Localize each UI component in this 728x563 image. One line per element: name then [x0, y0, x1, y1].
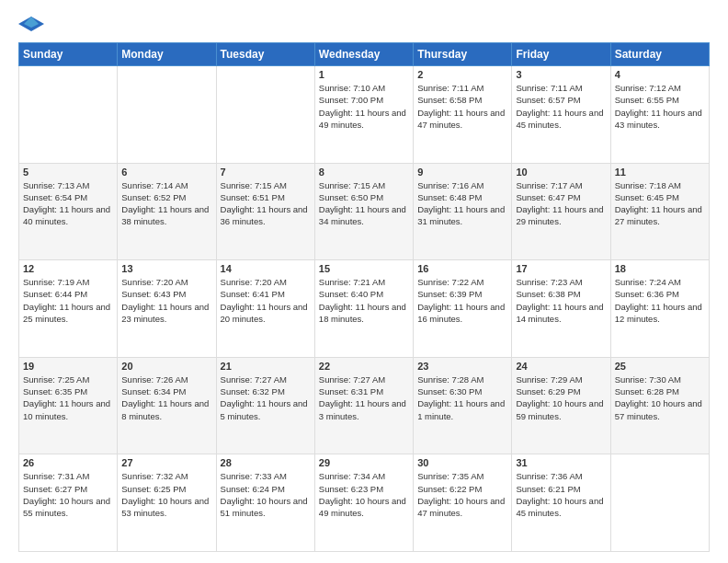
calendar-week-5: 26Sunrise: 7:31 AMSunset: 6:27 PMDayligh…	[19, 454, 710, 552]
calendar-cell: 15Sunrise: 7:21 AMSunset: 6:40 PMDayligh…	[314, 260, 413, 358]
day-number: 25	[615, 361, 705, 372]
day-number: 19	[23, 361, 113, 372]
calendar-cell: 26Sunrise: 7:31 AMSunset: 6:27 PMDayligh…	[19, 454, 118, 552]
calendar-cell	[118, 66, 216, 164]
calendar-cell: 6Sunrise: 7:14 AMSunset: 6:52 PMDaylight…	[118, 163, 216, 260]
calendar-cell: 21Sunrise: 7:27 AMSunset: 6:32 PMDayligh…	[216, 357, 314, 454]
day-number: 3	[516, 69, 606, 80]
calendar-cell: 2Sunrise: 7:11 AMSunset: 6:58 PMDaylight…	[414, 66, 512, 164]
day-info: Sunrise: 7:20 AMSunset: 6:41 PMDaylight:…	[221, 276, 311, 325]
day-number: 26	[23, 457, 113, 468]
col-wednesday: Wednesday	[314, 43, 413, 66]
page: Sunday Monday Tuesday Wednesday Thursday…	[0, 0, 728, 563]
day-number: 28	[221, 457, 311, 468]
calendar-cell	[19, 66, 118, 164]
day-info: Sunrise: 7:31 AMSunset: 6:27 PMDaylight:…	[23, 470, 113, 519]
calendar-cell: 3Sunrise: 7:11 AMSunset: 6:57 PMDaylight…	[512, 66, 610, 164]
day-info: Sunrise: 7:24 AMSunset: 6:36 PMDaylight:…	[615, 276, 705, 325]
calendar-cell: 19Sunrise: 7:25 AMSunset: 6:35 PMDayligh…	[19, 357, 118, 454]
day-number: 27	[121, 457, 211, 468]
day-number: 8	[319, 167, 409, 178]
day-info: Sunrise: 7:30 AMSunset: 6:28 PMDaylight:…	[615, 373, 705, 422]
day-info: Sunrise: 7:19 AMSunset: 6:44 PMDaylight:…	[23, 276, 113, 325]
day-info: Sunrise: 7:26 AMSunset: 6:34 PMDaylight:…	[121, 373, 211, 422]
col-saturday: Saturday	[610, 43, 709, 66]
calendar-table: Sunday Monday Tuesday Wednesday Thursday…	[18, 42, 710, 552]
calendar-week-3: 12Sunrise: 7:19 AMSunset: 6:44 PMDayligh…	[19, 260, 710, 358]
day-info: Sunrise: 7:18 AMSunset: 6:45 PMDaylight:…	[615, 179, 705, 228]
day-info: Sunrise: 7:14 AMSunset: 6:52 PMDaylight:…	[121, 179, 211, 228]
calendar-cell: 22Sunrise: 7:27 AMSunset: 6:31 PMDayligh…	[314, 357, 413, 454]
day-number: 22	[319, 361, 409, 372]
calendar-cell: 25Sunrise: 7:30 AMSunset: 6:28 PMDayligh…	[610, 357, 709, 454]
calendar-cell: 7Sunrise: 7:15 AMSunset: 6:51 PMDaylight…	[216, 163, 314, 260]
day-number: 7	[221, 167, 311, 178]
day-info: Sunrise: 7:16 AMSunset: 6:48 PMDaylight:…	[417, 179, 507, 228]
calendar-cell: 24Sunrise: 7:29 AMSunset: 6:29 PMDayligh…	[512, 357, 610, 454]
day-number: 5	[23, 167, 113, 178]
day-info: Sunrise: 7:13 AMSunset: 6:54 PMDaylight:…	[23, 179, 113, 228]
day-info: Sunrise: 7:11 AMSunset: 6:57 PMDaylight:…	[516, 82, 606, 131]
col-tuesday: Tuesday	[216, 43, 314, 66]
day-number: 16	[417, 263, 507, 274]
calendar-cell: 14Sunrise: 7:20 AMSunset: 6:41 PMDayligh…	[216, 260, 314, 358]
calendar-cell	[216, 66, 314, 164]
day-number: 29	[319, 457, 409, 468]
calendar-cell: 20Sunrise: 7:26 AMSunset: 6:34 PMDayligh…	[118, 357, 216, 454]
day-number: 18	[615, 263, 705, 274]
day-info: Sunrise: 7:36 AMSunset: 6:21 PMDaylight:…	[516, 470, 606, 519]
day-info: Sunrise: 7:32 AMSunset: 6:25 PMDaylight:…	[121, 470, 211, 519]
header-row: Sunday Monday Tuesday Wednesday Thursday…	[19, 43, 710, 66]
day-info: Sunrise: 7:11 AMSunset: 6:58 PMDaylight:…	[417, 82, 507, 131]
day-info: Sunrise: 7:20 AMSunset: 6:43 PMDaylight:…	[121, 276, 211, 325]
calendar-cell: 31Sunrise: 7:36 AMSunset: 6:21 PMDayligh…	[512, 454, 610, 552]
day-number: 20	[121, 361, 211, 372]
calendar-cell: 29Sunrise: 7:34 AMSunset: 6:23 PMDayligh…	[314, 454, 413, 552]
day-info: Sunrise: 7:12 AMSunset: 6:55 PMDaylight:…	[615, 82, 705, 131]
calendar-cell: 10Sunrise: 7:17 AMSunset: 6:47 PMDayligh…	[512, 163, 610, 260]
day-info: Sunrise: 7:15 AMSunset: 6:50 PMDaylight:…	[319, 179, 409, 228]
calendar-cell: 9Sunrise: 7:16 AMSunset: 6:48 PMDaylight…	[414, 163, 512, 260]
day-info: Sunrise: 7:23 AMSunset: 6:38 PMDaylight:…	[516, 276, 606, 325]
day-info: Sunrise: 7:28 AMSunset: 6:30 PMDaylight:…	[417, 373, 507, 422]
day-number: 6	[121, 167, 211, 178]
calendar-week-4: 19Sunrise: 7:25 AMSunset: 6:35 PMDayligh…	[19, 357, 710, 454]
logo	[18, 15, 46, 33]
calendar-week-2: 5Sunrise: 7:13 AMSunset: 6:54 PMDaylight…	[19, 163, 710, 260]
calendar-cell: 27Sunrise: 7:32 AMSunset: 6:25 PMDayligh…	[118, 454, 216, 552]
day-number: 1	[319, 69, 409, 80]
day-info: Sunrise: 7:15 AMSunset: 6:51 PMDaylight:…	[221, 179, 311, 228]
day-info: Sunrise: 7:22 AMSunset: 6:39 PMDaylight:…	[417, 276, 507, 325]
calendar-cell: 1Sunrise: 7:10 AMSunset: 7:00 PMDaylight…	[314, 66, 413, 164]
day-number: 21	[221, 361, 311, 372]
day-number: 15	[319, 263, 409, 274]
day-number: 30	[417, 457, 507, 468]
calendar-cell	[610, 454, 709, 552]
day-number: 24	[516, 361, 606, 372]
day-info: Sunrise: 7:33 AMSunset: 6:24 PMDaylight:…	[221, 470, 311, 519]
calendar-cell: 11Sunrise: 7:18 AMSunset: 6:45 PMDayligh…	[610, 163, 709, 260]
day-number: 2	[417, 69, 507, 80]
calendar-cell: 4Sunrise: 7:12 AMSunset: 6:55 PMDaylight…	[610, 66, 709, 164]
col-thursday: Thursday	[414, 43, 512, 66]
calendar-cell: 18Sunrise: 7:24 AMSunset: 6:36 PMDayligh…	[610, 260, 709, 358]
calendar-cell: 16Sunrise: 7:22 AMSunset: 6:39 PMDayligh…	[414, 260, 512, 358]
day-number: 31	[516, 457, 606, 468]
day-info: Sunrise: 7:34 AMSunset: 6:23 PMDaylight:…	[319, 470, 409, 519]
day-info: Sunrise: 7:25 AMSunset: 6:35 PMDaylight:…	[23, 373, 113, 422]
header	[18, 15, 710, 33]
day-number: 17	[516, 263, 606, 274]
calendar-cell: 13Sunrise: 7:20 AMSunset: 6:43 PMDayligh…	[118, 260, 216, 358]
day-info: Sunrise: 7:29 AMSunset: 6:29 PMDaylight:…	[516, 373, 606, 422]
calendar-cell: 23Sunrise: 7:28 AMSunset: 6:30 PMDayligh…	[414, 357, 512, 454]
day-number: 4	[615, 69, 705, 80]
day-info: Sunrise: 7:21 AMSunset: 6:40 PMDaylight:…	[319, 276, 409, 325]
day-info: Sunrise: 7:27 AMSunset: 6:32 PMDaylight:…	[221, 373, 311, 422]
calendar-cell: 5Sunrise: 7:13 AMSunset: 6:54 PMDaylight…	[19, 163, 118, 260]
calendar-cell: 8Sunrise: 7:15 AMSunset: 6:50 PMDaylight…	[314, 163, 413, 260]
calendar-cell: 30Sunrise: 7:35 AMSunset: 6:22 PMDayligh…	[414, 454, 512, 552]
day-number: 13	[121, 263, 211, 274]
calendar-cell: 17Sunrise: 7:23 AMSunset: 6:38 PMDayligh…	[512, 260, 610, 358]
col-monday: Monday	[118, 43, 216, 66]
day-number: 9	[417, 167, 507, 178]
